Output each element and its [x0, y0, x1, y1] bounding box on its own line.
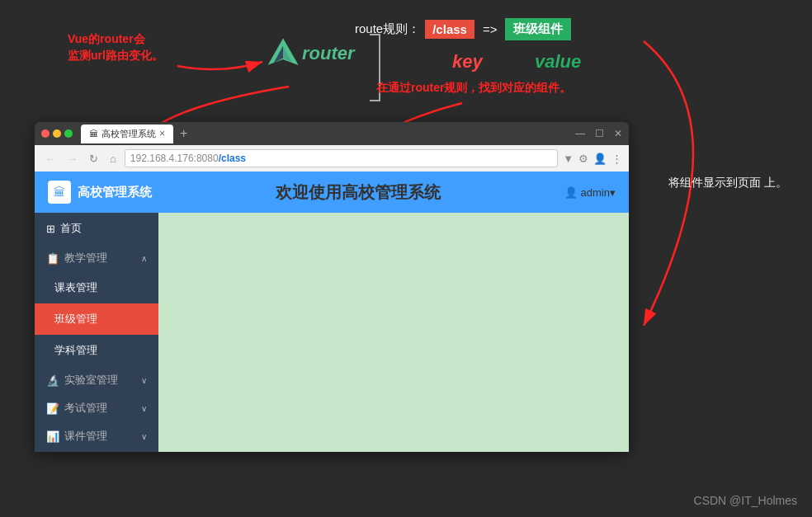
- address-ip: 192.168.4.176:8080: [130, 153, 219, 164]
- sidebar: ⊞ 首页 📋 教学管理 ∧ 课表管理 班级管理 学科管理 🔬 实验室管理 ∨: [35, 213, 158, 452]
- bookmark-icon[interactable]: ▼: [563, 153, 574, 165]
- router-logo-text: router: [302, 43, 355, 64]
- vue-router-logo: router: [264, 35, 355, 73]
- sidebar-schedule-label: 课表管理: [54, 280, 97, 295]
- sidebar-subject-label: 学科管理: [54, 343, 97, 358]
- sidebar-item-subject[interactable]: 学科管理: [35, 335, 158, 366]
- window-maximize-dot[interactable]: [64, 129, 73, 138]
- sidebar-courseware-label: 课件管理: [64, 429, 107, 444]
- courseware-chevron: ∨: [141, 432, 147, 441]
- new-tab-button[interactable]: +: [180, 126, 187, 141]
- sidebar-item-schedule[interactable]: 课表管理: [35, 272, 158, 303]
- window-close-dot[interactable]: [41, 129, 50, 138]
- route-arrow: =>: [483, 22, 498, 36]
- sidebar-item-exam[interactable]: 📝 考试管理 ∨: [35, 394, 158, 422]
- nav-icons: ▼ ⚙ 👤 ⋮: [563, 153, 622, 165]
- forward-button[interactable]: →: [64, 151, 81, 167]
- browser-window: 🏛 高校管理系统 × + — ☐ ✕ ← → ↻ ⌂ 192.168.4.176…: [35, 122, 629, 452]
- home-button[interactable]: ⌂: [106, 151, 120, 167]
- extensions-icon[interactable]: ⚙: [578, 153, 588, 165]
- app-header: 🏛 高校管理系统 欢迎使用高校管理系统 👤 admin▾: [35, 172, 629, 213]
- value-label: value: [535, 51, 581, 73]
- exam-chevron: ∨: [141, 404, 147, 413]
- lab-icon: 🔬: [46, 374, 59, 387]
- sidebar-item-teaching[interactable]: 📋 教学管理 ∧: [35, 244, 158, 272]
- right-note-text: 将组件显示到页面 上。: [668, 176, 787, 189]
- router-note: 在通过router规则，找到对应的组件。: [376, 81, 571, 96]
- window-minimize-dot[interactable]: [53, 129, 61, 138]
- teaching-icon: 📋: [46, 252, 59, 265]
- vue-router-description: Vue的router会监测url路由变化。: [68, 31, 163, 63]
- route-rule-label: route规则：: [355, 21, 420, 37]
- svg-marker-2: [283, 39, 298, 65]
- sidebar-class-label: 班级管理: [54, 312, 97, 327]
- vue-logo-icon: [264, 35, 302, 73]
- address-path: /class: [219, 153, 246, 164]
- app-title: 欢迎使用高校管理系统: [152, 181, 564, 204]
- address-bar[interactable]: 192.168.4.176:8080 /class: [125, 149, 558, 167]
- lab-chevron: ∨: [141, 376, 147, 385]
- route-rule-container: route规则： /class => 班级组件: [355, 18, 571, 40]
- sidebar-item-class[interactable]: 班级管理: [35, 303, 158, 335]
- app-body: ⊞ 首页 📋 教学管理 ∧ 课表管理 班级管理 学科管理 🔬 实验室管理 ∨: [35, 213, 629, 452]
- user-avatar-icon: 👤: [564, 186, 578, 199]
- app-logo-icon: 🏛: [48, 181, 71, 204]
- route-class-box: /class: [425, 20, 474, 39]
- app-logo-area: 🏛 高校管理系统: [48, 181, 152, 204]
- right-annotation: 将组件显示到页面 上。: [668, 173, 787, 191]
- window-minimize-button[interactable]: —: [575, 128, 585, 139]
- sidebar-lab-label: 实验室管理: [64, 373, 118, 388]
- browser-tab[interactable]: 🏛 高校管理系统 ×: [81, 125, 173, 143]
- key-label: key: [452, 51, 483, 73]
- tab-title: 高校管理系统: [102, 128, 156, 140]
- tab-favicon: 🏛: [89, 129, 98, 139]
- window-x-button[interactable]: ✕: [614, 128, 622, 139]
- exam-icon: 📝: [46, 402, 59, 415]
- app-logo-text: 高校管理系统: [78, 185, 152, 200]
- back-button[interactable]: ←: [41, 151, 59, 167]
- app-user-menu[interactable]: 👤 admin▾: [564, 186, 616, 199]
- sidebar-item-courseware[interactable]: 📊 课件管理 ∨: [35, 422, 158, 450]
- class-component-box: 班级组件: [505, 18, 571, 40]
- home-icon: ⊞: [46, 223, 55, 235]
- sidebar-teaching-label: 教学管理: [64, 251, 107, 266]
- sidebar-exam-label: 考试管理: [64, 401, 107, 416]
- browser-titlebar: 🏛 高校管理系统 × + — ☐ ✕: [35, 122, 629, 145]
- menu-icon[interactable]: ⋮: [611, 153, 622, 165]
- account-icon[interactable]: 👤: [593, 153, 607, 165]
- courseware-icon: 📊: [46, 430, 59, 443]
- main-content-area: [158, 213, 629, 452]
- sidebar-item-home[interactable]: ⊞ 首页: [35, 213, 158, 244]
- sidebar-item-lab[interactable]: 🔬 实验室管理 ∨: [35, 366, 158, 394]
- tab-close-button[interactable]: ×: [159, 128, 165, 139]
- csdn-watermark: CSDN @IT_Holmes: [694, 494, 797, 507]
- browser-navbar: ← → ↻ ⌂ 192.168.4.176:8080 /class ▼ ⚙ 👤 …: [35, 145, 629, 172]
- sidebar-home-label: 首页: [60, 221, 82, 236]
- teaching-chevron: ∧: [141, 254, 147, 263]
- window-restore-button[interactable]: ☐: [595, 128, 604, 139]
- user-name: admin▾: [581, 186, 616, 199]
- refresh-button[interactable]: ↻: [86, 151, 102, 167]
